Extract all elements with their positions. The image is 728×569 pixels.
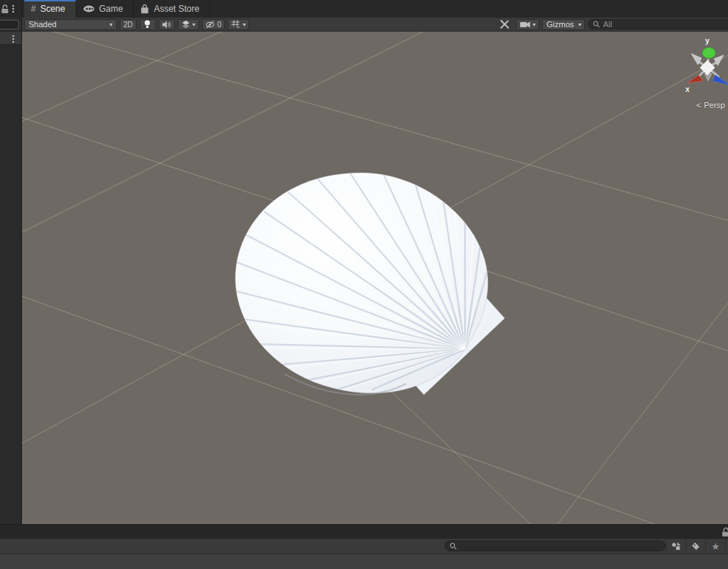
left-panel-tabbar: [0, 0, 21, 18]
axis-z-cone: [713, 75, 728, 85]
light-bulb-icon: [144, 20, 151, 29]
grid-icon: [231, 20, 240, 29]
effects-dropdown-button[interactable]: ▾: [178, 19, 199, 30]
draw-mode-dropdown[interactable]: Shaded ▾: [24, 19, 117, 30]
camera-settings-button[interactable]: ▾: [516, 19, 539, 30]
speaker-icon: [162, 21, 171, 29]
gamepad-icon: [83, 5, 95, 12]
lock-open-icon[interactable]: [1, 4, 10, 14]
left-panel-search-stub[interactable]: [0, 20, 19, 29]
seashell-model: [230, 173, 505, 395]
chevron-down-icon: ▾: [105, 21, 112, 28]
lock-open-icon[interactable]: [721, 527, 728, 537]
search-icon: [450, 543, 457, 550]
kebab-menu-icon[interactable]: [12, 35, 15, 43]
component-tools-button[interactable]: [496, 19, 513, 30]
scene-tab-icon: #: [31, 4, 36, 14]
filter-by-type-icon: [671, 542, 681, 551]
tab-asset-store[interactable]: Asset Store: [134, 0, 210, 18]
filter-by-type-button[interactable]: [666, 539, 685, 554]
scene-tab-label: Scene: [40, 4, 65, 14]
camera-icon: [520, 21, 530, 28]
axis-y-label: y: [705, 37, 710, 45]
chevron-down-icon: ▾: [192, 21, 195, 28]
scene-viewport[interactable]: y x < Persp: [22, 32, 728, 524]
project-panel-toolbar: ★: [0, 539, 728, 554]
projection-label: Persp: [704, 101, 725, 110]
chevron-down-icon: ▾: [574, 21, 581, 28]
2d-toggle-button[interactable]: 2D: [120, 19, 137, 30]
scene-render: y x: [22, 32, 728, 524]
chevron-down-icon: ▾: [533, 21, 536, 28]
status-bar: [0, 554, 728, 569]
kebab-menu-icon[interactable]: [12, 4, 15, 13]
tools-icon: [500, 20, 510, 29]
tab-game[interactable]: Game: [76, 0, 134, 18]
chevron-down-icon: ▾: [242, 21, 245, 28]
clipped-edge-button: [725, 539, 728, 554]
favorites-button[interactable]: ★: [705, 539, 725, 554]
shopping-bag-icon: [140, 4, 149, 14]
gizmos-dropdown[interactable]: Gizmos ▾: [542, 19, 585, 30]
asset-store-tab-label: Asset Store: [154, 4, 199, 14]
axis-y-cone: [702, 48, 716, 59]
project-filter-buttons: ★: [666, 539, 728, 554]
scene-search-scope: All: [603, 20, 612, 29]
star-icon: ★: [711, 542, 720, 551]
projection-prefix: <: [696, 101, 701, 110]
lighting-toggle-button[interactable]: [140, 19, 156, 30]
scene-effects-icon: [181, 21, 190, 29]
left-panel-toolbar: [0, 18, 21, 31]
filter-by-label-button[interactable]: [685, 539, 705, 554]
2d-toggle-label: 2D: [123, 21, 133, 29]
axis-gizmo[interactable]: y x: [685, 37, 728, 93]
game-tab-label: Game: [99, 4, 123, 14]
gizmos-label: Gizmos: [547, 20, 574, 29]
left-panel-edge: [0, 0, 22, 524]
search-icon: [593, 21, 600, 28]
audio-toggle-button[interactable]: [159, 19, 175, 30]
scene-panel: # Scene Game Asset Store: [22, 0, 728, 524]
project-panel-tab-strip: [0, 524, 728, 539]
eye-slash-icon: [206, 21, 215, 29]
grid-visibility-button[interactable]: ▾: [228, 19, 249, 30]
unity-editor-window: # Scene Game Asset Store: [0, 0, 728, 569]
left-panel-header-row: [0, 31, 21, 45]
tab-scene[interactable]: # Scene: [24, 0, 76, 18]
active-tab-indicator: [24, 0, 76, 1]
scene-search-field[interactable]: All: [588, 19, 728, 29]
hidden-objects-button[interactable]: 0: [202, 19, 226, 30]
draw-mode-label: Shaded: [29, 20, 57, 29]
project-search-field[interactable]: [444, 540, 666, 551]
scene-toolbar: Shaded ▾ 2D: [22, 18, 728, 32]
axis-x-label: x: [685, 85, 690, 93]
hidden-objects-count: 0: [217, 21, 222, 29]
panel-tabbar: # Scene Game Asset Store: [22, 0, 728, 18]
axis-neg-cone-s: [704, 74, 712, 81]
tag-icon: [691, 542, 700, 551]
projection-mode-toggle[interactable]: < Persp: [696, 101, 725, 110]
